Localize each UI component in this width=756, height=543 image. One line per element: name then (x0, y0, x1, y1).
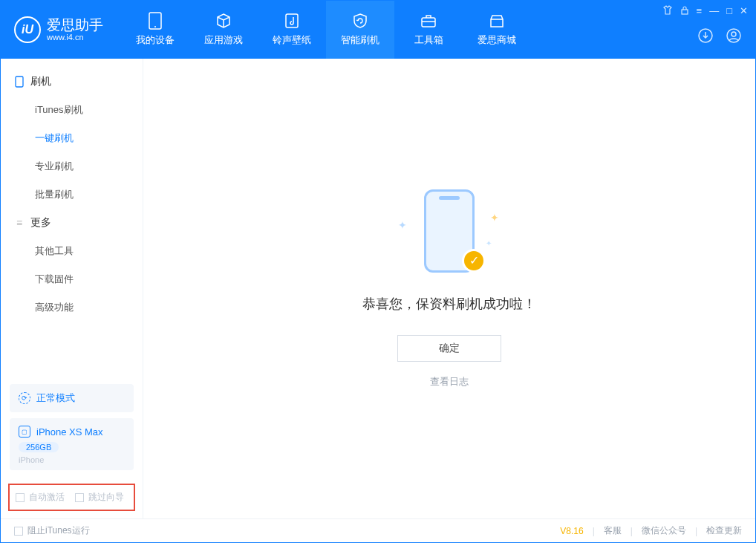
tab-label: 智能刷机 (341, 33, 379, 47)
app-name: 爱思助手 (47, 18, 103, 33)
tshirt-icon[interactable] (662, 5, 673, 16)
checkbox-icon (16, 493, 25, 502)
checkbox-label: 跳过向导 (88, 491, 124, 504)
svg-rect-2 (286, 14, 298, 27)
tab-label: 铃声壁纸 (273, 33, 311, 47)
tab-ringtones[interactable]: 铃声壁纸 (258, 1, 326, 59)
confirm-button[interactable]: 确定 (397, 335, 501, 362)
body: 刷机 iTunes刷机 一键刷机 专业刷机 批量刷机 ≡ 更多 其他工具 下载固… (1, 59, 755, 518)
logo-icon: iU (14, 16, 41, 43)
checkbox-icon (75, 493, 84, 502)
tab-label: 应用游戏 (204, 33, 243, 47)
section-title: 更多 (30, 216, 51, 230)
user-controls (697, 27, 742, 44)
check-badge-icon: ✓ (462, 249, 486, 273)
svg-rect-4 (682, 10, 688, 14)
mode-icon: ⟳ (19, 392, 30, 404)
nav-batch-flash[interactable]: 批量刷机 (1, 181, 143, 209)
section-flash: 刷机 (1, 68, 143, 96)
tab-my-device[interactable]: 我的设备 (121, 1, 189, 59)
nav-other-tools[interactable]: 其他工具 (1, 237, 143, 265)
view-log-link[interactable]: 查看日志 (430, 375, 469, 388)
device-icon (147, 13, 163, 29)
section-title: 刷机 (30, 75, 51, 88)
device-card[interactable]: ▢ iPhone XS Max 256GB iPhone (10, 418, 134, 470)
main-content: ✦ ✦ ✦ ✓ 恭喜您，保资料刷机成功啦！ 确定 查看日志 (143, 59, 755, 518)
wechat-link[interactable]: 微信公众号 (642, 524, 686, 537)
success-illustration: ✦ ✦ ✦ ✓ (394, 189, 505, 279)
mode-label: 正常模式 (36, 391, 75, 405)
sidebar: 刷机 iTunes刷机 一键刷机 专业刷机 批量刷机 ≡ 更多 其他工具 下载固… (1, 59, 143, 518)
sparkle-icon: ✦ (398, 219, 407, 231)
download-icon[interactable] (697, 27, 714, 44)
nav-download-firmware[interactable]: 下载固件 (1, 265, 143, 293)
header: iU 爱思助手 www.i4.cn 我的设备 应用游戏 铃声壁纸 智能刷机 (1, 1, 755, 59)
account-icon[interactable] (726, 27, 742, 44)
tab-label: 工具箱 (414, 33, 443, 47)
device-panel: ⟳ 正常模式 ▢ iPhone XS Max 256GB iPhone 自动激活 (1, 378, 143, 518)
check-update-link[interactable]: 检查更新 (706, 524, 742, 537)
flash-options-row: 自动激活 跳过向导 (8, 484, 135, 511)
sparkle-icon: ✦ (486, 239, 492, 247)
checkbox-block-itunes[interactable]: 阻止iTunes运行 (14, 524, 90, 537)
phone-icon (14, 77, 25, 87)
device-name: iPhone XS Max (36, 426, 103, 438)
svg-point-7 (731, 32, 736, 36)
device-icon: ▢ (19, 426, 30, 438)
list-icon: ≡ (14, 218, 25, 228)
sparkle-icon: ✦ (490, 212, 499, 224)
close-button[interactable]: ✕ (740, 5, 748, 16)
svg-rect-3 (422, 18, 435, 27)
tab-apps[interactable]: 应用游戏 (189, 1, 258, 59)
section-more: ≡ 更多 (1, 209, 143, 237)
tab-label: 我的设备 (136, 33, 175, 47)
nav-pro-flash[interactable]: 专业刷机 (1, 152, 143, 181)
checkbox-icon (14, 527, 23, 536)
titlebar-controls: ≡ — □ ✕ (662, 5, 748, 16)
logo: iU 爱思助手 www.i4.cn (14, 16, 103, 43)
lock-icon[interactable] (680, 5, 689, 16)
tab-flash[interactable]: 智能刷机 (326, 1, 394, 59)
nav-advanced[interactable]: 高级功能 (1, 293, 143, 322)
checkbox-skip-guide[interactable]: 跳过向导 (75, 491, 124, 504)
nav-itunes-flash[interactable]: iTunes刷机 (1, 96, 143, 124)
refresh-shield-icon (352, 13, 368, 29)
checkbox-auto-activate[interactable]: 自动激活 (16, 491, 65, 504)
footer: 阻止iTunes运行 V8.16 | 客服 | 微信公众号 | 检查更新 (1, 518, 755, 542)
minimize-button[interactable]: — (709, 5, 719, 16)
cube-icon (215, 13, 232, 29)
music-icon (284, 13, 300, 29)
tab-label: 爱思商城 (478, 33, 516, 47)
tab-toolbox[interactable]: 工具箱 (394, 1, 463, 59)
top-tabs: 我的设备 应用游戏 铃声壁纸 智能刷机 工具箱 爱思商城 (121, 1, 531, 59)
checkbox-label: 自动激活 (29, 491, 65, 504)
success-message: 恭喜您，保资料刷机成功啦！ (362, 295, 536, 313)
support-link[interactable]: 客服 (604, 524, 622, 537)
device-capacity: 256GB (19, 442, 59, 452)
mode-card[interactable]: ⟳ 正常模式 (10, 384, 134, 412)
app-window: iU 爱思助手 www.i4.cn 我的设备 应用游戏 铃声壁纸 智能刷机 (0, 0, 756, 543)
store-icon (489, 13, 505, 29)
maximize-button[interactable]: □ (726, 5, 732, 16)
checkbox-label: 阻止iTunes运行 (27, 524, 90, 537)
svg-point-1 (154, 26, 156, 27)
device-type: iPhone (19, 455, 125, 464)
version-label: V8.16 (560, 526, 583, 536)
menu-icon[interactable]: ≡ (697, 5, 703, 16)
toolbox-icon (420, 13, 437, 29)
svg-rect-8 (16, 77, 23, 87)
nav-oneclick-flash[interactable]: 一键刷机 (1, 124, 143, 152)
app-url: www.i4.cn (47, 33, 103, 42)
tab-store[interactable]: 爱思商城 (463, 1, 531, 59)
